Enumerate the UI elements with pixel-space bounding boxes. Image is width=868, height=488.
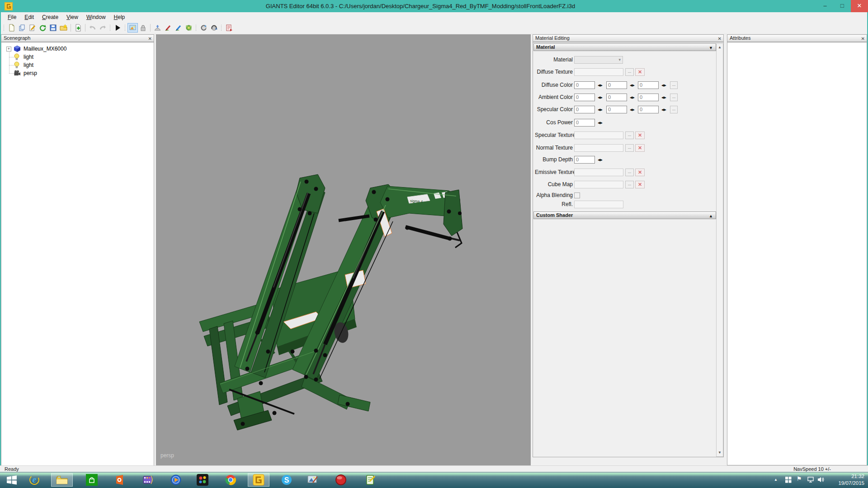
paint-red-button[interactable] (163, 23, 173, 33)
scenegraph-tree[interactable]: + Mailleux_MX6000 light light (1, 42, 154, 466)
cos-power-field[interactable]: 0 (574, 119, 595, 127)
import-button[interactable] (58, 23, 69, 33)
terrain-sculpt-button[interactable] (152, 23, 163, 33)
color-r-field[interactable]: 0 (574, 94, 595, 101)
spinner-icon[interactable]: ◀▶ (596, 94, 604, 101)
color-b-field[interactable]: 0 (638, 106, 659, 113)
color-r-field[interactable]: 0 (574, 81, 595, 89)
remove-texture-button[interactable]: ✕ (635, 131, 645, 139)
spinner-icon[interactable]: ◀▶ (596, 106, 604, 113)
alpha-blending-checkbox[interactable] (574, 192, 580, 198)
collapse-icon[interactable]: ▲ (709, 213, 713, 220)
taskbar-giants-editor[interactable] (248, 473, 269, 487)
taskbar-office[interactable] (108, 473, 130, 487)
tray-clock[interactable]: 21:32 19/07/2015 (838, 473, 864, 487)
redo-button[interactable] (98, 23, 108, 33)
material-dropdown[interactable]: ▾ (574, 56, 623, 64)
save-button[interactable] (48, 23, 58, 33)
cube-map-field[interactable] (574, 181, 623, 188)
menu-create[interactable]: Create (38, 13, 62, 21)
taskbar-media-player[interactable] (165, 473, 187, 487)
spinner-icon[interactable]: ◀▶ (660, 81, 668, 89)
refl-field[interactable] (574, 201, 623, 208)
edit-file-button[interactable] (27, 23, 38, 33)
attributes-close-icon[interactable]: ✕ (861, 35, 865, 42)
custom-shader-header[interactable]: Custom Shader ▲ (533, 211, 716, 219)
tray-volume-icon[interactable] (817, 476, 825, 483)
specular-texture-field[interactable] (574, 131, 623, 139)
spinner-icon[interactable]: ◀▶ (596, 81, 604, 89)
color-picker-button[interactable]: ... (670, 106, 678, 113)
collapse-icon[interactable]: ▼ (709, 45, 713, 52)
color-g-field[interactable]: 0 (606, 94, 627, 101)
scroll-up-icon[interactable]: ▲ (717, 44, 723, 51)
taskbar-notepad-plus-plus[interactable] (360, 473, 382, 487)
browse-button[interactable]: ... (625, 169, 634, 176)
color-g-field[interactable]: 0 (606, 106, 627, 113)
taskbar-paint[interactable] (302, 473, 324, 487)
menu-view[interactable]: View (62, 13, 82, 21)
menu-file[interactable]: File (4, 13, 20, 21)
paint-blue-button[interactable] (173, 23, 184, 33)
rotate-snap-button[interactable] (198, 23, 209, 33)
add-object-button[interactable] (73, 23, 83, 33)
menu-edit[interactable]: Edit (20, 13, 38, 21)
spinner-icon[interactable]: ◀▶ (596, 119, 604, 127)
toolbar-grip[interactable] (221, 24, 222, 32)
taskbar-movie-maker[interactable] (137, 473, 159, 487)
taskbar-skype[interactable]: S (276, 473, 297, 487)
material-section-header[interactable]: Material ▼ (533, 43, 716, 51)
new-file-button[interactable] (6, 23, 17, 33)
terrain-mode-button[interactable] (127, 23, 138, 33)
maximize-button[interactable]: □ (835, 0, 849, 12)
play-button[interactable] (113, 23, 123, 33)
minimize-button[interactable]: – (818, 0, 832, 12)
reload-button[interactable] (38, 23, 48, 33)
toolbar-grip[interactable] (109, 24, 111, 32)
taskbar-windows-store[interactable] (81, 473, 103, 487)
tree-row-light-1[interactable]: light (14, 53, 33, 61)
browse-button[interactable]: ... (625, 144, 634, 152)
close-button[interactable]: ✕ (851, 0, 868, 12)
browse-button[interactable]: ... (625, 181, 634, 188)
toolbar-grip[interactable] (3, 24, 5, 32)
color-picker-button[interactable]: ... (670, 94, 678, 101)
tray-flag-icon[interactable]: ⚑ (797, 475, 802, 482)
tray-windows-icon[interactable] (785, 476, 792, 483)
tree-row-light-2[interactable]: light (14, 61, 33, 69)
tree-expander-icon[interactable]: + (6, 47, 11, 52)
remove-texture-button[interactable]: ✕ (635, 169, 645, 176)
material-editing-close-icon[interactable]: ✕ (718, 35, 722, 42)
lock-button[interactable] (138, 23, 148, 33)
front-loader-model[interactable]: sigma 4 (156, 34, 531, 466)
color-picker-button[interactable]: ... (670, 81, 678, 89)
spinner-icon[interactable]: ◀▶ (628, 106, 636, 113)
script-log-button[interactable] (224, 23, 234, 33)
tree-row-persp[interactable]: persp (14, 69, 37, 77)
remove-texture-button[interactable]: ✕ (635, 144, 645, 152)
material-editing-header[interactable]: Material Editing ✕ (533, 34, 724, 42)
normal-texture-field[interactable] (574, 144, 623, 152)
open-file-button[interactable] (17, 23, 27, 33)
taskbar-chrome[interactable] (220, 473, 241, 487)
taskbar-internet-explorer[interactable]: e (24, 473, 45, 487)
tray-chevron-icon[interactable]: ▲ (774, 478, 778, 482)
tray-network-icon[interactable] (807, 476, 815, 483)
orbit-button[interactable] (209, 23, 219, 33)
spinner-icon[interactable]: ◀▶ (660, 106, 668, 113)
color-b-field[interactable]: 0 (638, 94, 659, 101)
emissive-texture-field[interactable] (574, 169, 623, 176)
color-g-field[interactable]: 0 (606, 81, 627, 89)
remove-texture-button[interactable]: ✕ (635, 181, 645, 188)
remove-texture-button[interactable]: ✕ (635, 68, 645, 76)
color-r-field[interactable]: 0 (574, 106, 595, 113)
taskbar-puzzle-app[interactable] (192, 473, 213, 487)
diffuse-texture-field[interactable] (574, 68, 623, 76)
undo-button[interactable] (87, 23, 98, 33)
toolbar-grip[interactable] (124, 24, 126, 32)
foliage-button[interactable] (184, 23, 194, 33)
spinner-icon[interactable]: ◀▶ (596, 156, 604, 164)
spinner-icon[interactable]: ◀▶ (660, 94, 668, 101)
scroll-down-icon[interactable]: ▼ (717, 449, 723, 456)
browse-button[interactable]: ... (625, 131, 634, 139)
